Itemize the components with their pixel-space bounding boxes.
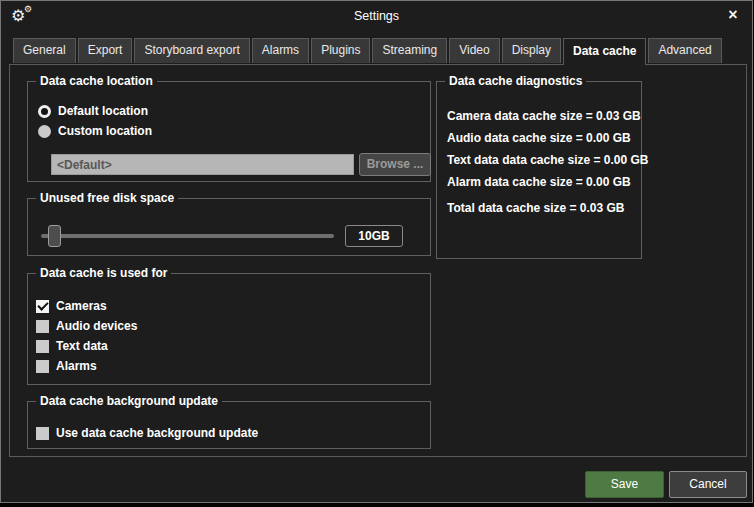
diag-camera-cache-size: Camera data cache size = 0.03 GB bbox=[447, 109, 641, 123]
checkbox-audio-devices[interactable]: Audio devices bbox=[36, 319, 137, 333]
disk-space-slider-track[interactable] bbox=[41, 234, 334, 238]
checkbox-unchecked-icon[interactable] bbox=[36, 360, 49, 373]
tab-general[interactable]: General bbox=[13, 38, 76, 63]
title-bar: ⚙ ⚙ Settings × bbox=[1, 1, 752, 33]
checkbox-checked-icon[interactable] bbox=[36, 300, 49, 313]
group-title: Data cache background update bbox=[36, 394, 222, 408]
checkbox-label: Text data bbox=[56, 339, 108, 353]
group-data-cache-background-update: Data cache background update Use data ca… bbox=[27, 401, 431, 449]
window-title: Settings bbox=[1, 9, 752, 23]
diag-audio-cache-size: Audio data cache size = 0.00 GB bbox=[447, 131, 631, 145]
disk-space-slider-thumb[interactable] bbox=[48, 225, 61, 247]
tab-plugins[interactable]: Plugins bbox=[311, 38, 370, 63]
group-data-cache-diagnostics: Data cache diagnostics Camera data cache… bbox=[436, 81, 642, 259]
checkbox-unchecked-icon[interactable] bbox=[36, 320, 49, 333]
checkbox-use-background-update[interactable]: Use data cache background update bbox=[36, 426, 258, 440]
checkbox-label: Audio devices bbox=[56, 319, 137, 333]
radio-label: Default location bbox=[58, 104, 148, 118]
checkbox-text-data[interactable]: Text data bbox=[36, 339, 108, 353]
tab-advanced[interactable]: Advanced bbox=[648, 38, 721, 63]
radio-default-location[interactable]: Default location bbox=[38, 104, 148, 118]
diag-text-data-cache-size: Text data data cache size = 0.00 GB bbox=[447, 153, 649, 167]
group-title: Data cache location bbox=[36, 74, 157, 88]
cancel-button[interactable]: Cancel bbox=[669, 471, 747, 498]
tab-alarms[interactable]: Alarms bbox=[252, 38, 309, 63]
checkbox-cameras[interactable]: Cameras bbox=[36, 299, 107, 313]
checkbox-label: Use data cache background update bbox=[56, 426, 258, 440]
tab-data-cache[interactable]: Data cache bbox=[563, 38, 646, 65]
settings-dialog: ⚙ ⚙ Settings × General Export Storyboard… bbox=[0, 0, 753, 503]
group-title: Unused free disk space bbox=[36, 191, 178, 205]
checkbox-unchecked-icon[interactable] bbox=[36, 340, 49, 353]
radio-custom-location[interactable]: Custom location bbox=[38, 124, 152, 138]
tab-streaming[interactable]: Streaming bbox=[372, 38, 447, 63]
checkbox-unchecked-icon[interactable] bbox=[36, 427, 49, 440]
cache-path-input[interactable] bbox=[51, 154, 354, 175]
radio-unselected-icon[interactable] bbox=[38, 125, 51, 138]
group-data-cache-location: Data cache location Default location Cus… bbox=[27, 81, 431, 182]
tab-storyboard-export[interactable]: Storyboard export bbox=[134, 38, 249, 63]
browse-button[interactable]: Browse ... bbox=[359, 153, 431, 176]
diag-alarm-cache-size: Alarm data cache size = 0.00 GB bbox=[447, 175, 631, 189]
group-title: Data cache diagnostics bbox=[445, 74, 586, 88]
checkbox-alarms[interactable]: Alarms bbox=[36, 359, 97, 373]
checkbox-label: Alarms bbox=[56, 359, 97, 373]
group-title: Data cache is used for bbox=[36, 266, 171, 280]
checkbox-label: Cameras bbox=[56, 299, 107, 313]
settings-tabstrip: General Export Storyboard export Alarms … bbox=[13, 38, 744, 65]
tab-display[interactable]: Display bbox=[502, 38, 561, 63]
diag-total-cache-size: Total data cache size = 0.03 GB bbox=[447, 201, 625, 215]
tab-video[interactable]: Video bbox=[449, 38, 499, 63]
tab-export[interactable]: Export bbox=[78, 38, 133, 63]
data-cache-tab-page: Data cache location Default location Cus… bbox=[9, 64, 747, 457]
close-icon[interactable]: × bbox=[724, 6, 742, 24]
group-data-cache-used-for: Data cache is used for Cameras Audio dev… bbox=[27, 273, 431, 385]
save-button[interactable]: Save bbox=[585, 471, 664, 498]
disk-space-value: 10GB bbox=[345, 225, 403, 247]
group-unused-free-disk-space: Unused free disk space 10GB bbox=[27, 198, 431, 256]
radio-selected-icon[interactable] bbox=[38, 105, 51, 118]
radio-label: Custom location bbox=[58, 124, 152, 138]
